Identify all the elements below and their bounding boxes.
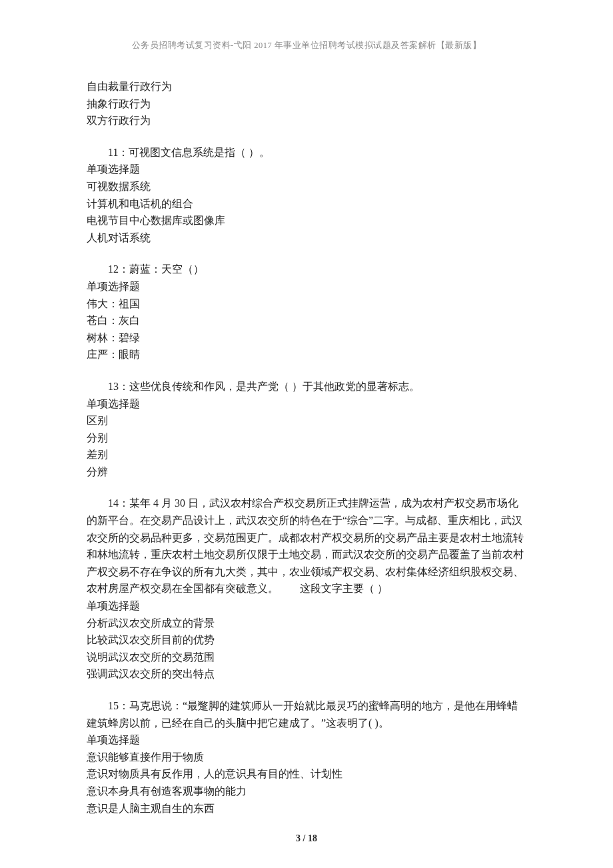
question-stem: 14：某年 4 月 30 日，武汉农村综合产权交易所正式挂牌运营，成为农村产权交…: [87, 495, 526, 597]
question-block-12: 12：蔚蓝：天空（） 单项选择题 伟大：祖国 苍白：灰白 树林：碧绿 庄严：眼睛: [87, 261, 526, 363]
option-text: 计算机和电话机的组合: [87, 195, 526, 213]
question-type: 单项选择题: [87, 161, 526, 178]
question-block-11: 11：可视图文信息系统是指（ ）。 单项选择题 可视数据系统 计算机和电话机的组…: [87, 144, 526, 247]
question-stem: 13：这些优良传统和作风，是共产党（ ）于其他政党的显著标志。: [87, 378, 526, 395]
question-block-13: 13：这些优良传统和作风，是共产党（ ）于其他政党的显著标志。 单项选择题 区别…: [87, 378, 526, 481]
orphan-options: 自由裁量行政行为 抽象行政行为 双方行政行为: [87, 78, 526, 129]
option-text: 意识本身具有创造客观事物的能力: [87, 783, 526, 800]
question-type: 单项选择题: [87, 278, 526, 295]
option-text: 可视数据系统: [87, 178, 526, 195]
option-text: 分别: [87, 429, 526, 447]
page-number: 3 / 18: [0, 833, 613, 844]
option-text: 苍白：灰白: [87, 312, 526, 329]
option-text: 比较武汉农交所目前的优势: [87, 631, 526, 649]
option-text: 树林：碧绿: [87, 329, 526, 347]
option-text: 抽象行政行为: [87, 95, 526, 113]
option-text: 人机对话系统: [87, 229, 526, 247]
option-text: 意识能够直接作用于物质: [87, 749, 526, 766]
page-header: 公务员招聘考试复习资料-弋阳 2017 年事业单位招聘考试模拟试题及答案解析【最…: [87, 40, 526, 51]
question-type: 单项选择题: [87, 395, 526, 413]
option-text: 说明武汉农交所的交易范围: [87, 649, 526, 666]
option-text: 意识对物质具有反作用，人的意识具有目的性、计划性: [87, 765, 526, 783]
question-stem: 15：马克思说：“最蹩脚的建筑师从一开始就比最灵巧的蜜蜂高明的地方，是他在用蜂蜡…: [87, 697, 526, 731]
question-block-15: 15：马克思说：“最蹩脚的建筑师从一开始就比最灵巧的蜜蜂高明的地方，是他在用蜂蜡…: [87, 697, 526, 817]
option-text: 分辨: [87, 463, 526, 481]
option-text: 自由裁量行政行为: [87, 78, 526, 95]
option-text: 强调武汉农交所的突出特点: [87, 665, 526, 683]
page: 公务员招聘考试复习资料-弋阳 2017 年事业单位招聘考试模拟试题及答案解析【最…: [0, 0, 613, 868]
question-block-14: 14：某年 4 月 30 日，武汉农村综合产权交易所正式挂牌运营，成为农村产权交…: [87, 495, 526, 683]
option-text: 双方行政行为: [87, 112, 526, 129]
option-text: 电视节目中心数据库或图像库: [87, 212, 526, 229]
option-text: 意识是人脑主观自生的东西: [87, 800, 526, 817]
question-stem: 11：可视图文信息系统是指（ ）。: [87, 144, 526, 161]
option-text: 庄严：眼睛: [87, 346, 526, 363]
option-text: 差别: [87, 446, 526, 463]
content-body: 自由裁量行政行为 抽象行政行为 双方行政行为 11：可视图文信息系统是指（ ）。…: [87, 78, 526, 817]
question-stem: 12：蔚蓝：天空（）: [87, 261, 526, 278]
question-type: 单项选择题: [87, 597, 526, 615]
option-text: 伟大：祖国: [87, 295, 526, 313]
option-text: 分析武汉农交所成立的背景: [87, 615, 526, 632]
question-type: 单项选择题: [87, 731, 526, 749]
option-text: 区别: [87, 412, 526, 429]
